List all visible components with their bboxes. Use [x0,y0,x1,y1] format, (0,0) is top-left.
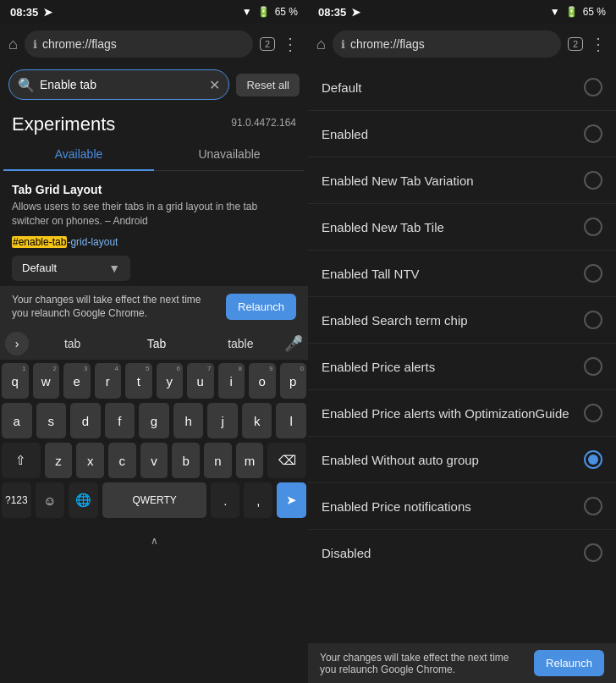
key-period[interactable]: . [211,482,239,518]
tab-badge-left[interactable]: 2 [260,37,275,51]
menu-icon-right[interactable]: ⋮ [590,34,608,54]
flag-dropdown[interactable]: Default ▼ [12,256,130,281]
url-bar-left[interactable]: ℹ chrome://flags [25,30,253,58]
suggest-word-Tab[interactable]: Tab [116,337,196,350]
home-icon-right[interactable]: ⌂ [316,36,326,53]
reset-all-button[interactable]: Reset all [236,74,300,96]
dropdown-item[interactable]: Enabled [308,111,616,157]
radio-circle[interactable] [584,543,602,562]
key-p[interactable]: 0p [280,363,307,399]
key-j[interactable]: j [207,403,238,438]
relaunch-notice-right: Your changes will take effect the next t… [320,652,525,675]
key-shift[interactable]: ⇧ [2,443,41,478]
key-q[interactable]: 1q [2,363,29,399]
radio-circle[interactable] [584,78,602,96]
key-s[interactable]: s [36,403,67,438]
tab-available[interactable]: Available [3,139,154,171]
dropdown-item[interactable]: Enabled Tall NTV [308,251,616,297]
key-n[interactable]: n [204,443,232,478]
radio-circle[interactable] [584,124,602,143]
key-l[interactable]: l [276,403,306,438]
suggest-prev-button[interactable]: › [5,332,29,355]
key-a[interactable]: a [2,403,32,438]
key-x[interactable]: x [76,443,104,478]
search-icon: 🔍 [18,77,35,93]
dropdown-list: DefaultEnabledEnabled New Tab VariationE… [308,64,616,643]
keyboard-row-3: ⇧ z x c v b n m ⌫ [2,443,306,478]
info-icon-right: ℹ [341,38,345,51]
dropdown-item[interactable]: Enabled Price alerts [308,344,616,390]
key-o[interactable]: 9o [249,363,276,399]
key-send[interactable]: ➤ [277,482,306,518]
dropdown-item[interactable]: Enabled Price alerts with OptimizationGu… [308,390,616,437]
key-numbers[interactable]: ?123 [2,482,31,518]
key-i[interactable]: 8i [218,363,245,399]
wifi-icon-right: ▼ [550,6,560,18]
search-input-wrap[interactable]: 🔍 ✕ [8,69,229,100]
radio-circle[interactable] [584,218,602,236]
search-input[interactable] [40,78,204,91]
dropdown-item-label: Enabled Without auto group [322,453,479,467]
key-h[interactable]: h [173,403,204,438]
relaunch-button-right[interactable]: Relaunch [534,650,604,676]
key-g[interactable]: g [139,403,169,438]
key-k[interactable]: k [242,403,272,438]
radio-circle[interactable] [584,497,602,515]
mic-icon[interactable]: 🎤 [284,334,303,353]
experiments-title: Experiments [12,113,115,135]
dropdown-item[interactable]: Enabled New Tab Variation [308,157,616,204]
radio-circle[interactable] [584,450,602,469]
flag-section: Tab Grid Layout Allows users to see thei… [0,171,308,286]
tab-unavailable[interactable]: Unavailable [154,139,305,170]
key-backspace[interactable]: ⌫ [267,443,306,478]
key-e[interactable]: 3e [63,363,91,399]
dropdown-item[interactable]: Default [308,64,616,111]
key-z[interactable]: z [45,443,73,478]
radio-circle[interactable] [584,171,602,190]
info-icon: ℹ [33,38,37,51]
flag-link-highlight[interactable]: #enable-tab [12,236,67,248]
tab-badge-right[interactable]: 2 [568,37,583,51]
navigation-icon: ➤ [43,6,52,19]
radio-circle[interactable] [584,357,602,376]
dropdown-item[interactable]: Enabled Search term chip [308,297,616,344]
suggest-word-tab[interactable]: tab [32,337,113,350]
left-panel: 08:35 ➤ ▼ 🔋 65 % ⌂ ℹ chrome://flags 2 ⋮ … [0,0,308,683]
keyboard-row-2: a s d f g h j k l [2,403,306,438]
clear-icon[interactable]: ✕ [209,77,220,93]
key-w[interactable]: 2w [33,363,60,399]
key-r[interactable]: 4r [95,363,122,399]
flag-link-rest[interactable]: -grid-layout [67,236,118,248]
suggest-word-table[interactable]: table [201,337,281,350]
key-b[interactable]: b [172,443,200,478]
dropdown-item-label: Enabled Tall NTV [322,267,420,281]
dropdown-item[interactable]: Disabled [308,530,616,576]
key-space[interactable]: QWERTY [102,482,207,518]
url-bar-right[interactable]: ℹ chrome://flags [333,30,561,58]
url-text-left: chrome://flags [42,37,117,51]
key-globe[interactable]: 🌐 [69,482,98,518]
key-c[interactable]: c [108,443,136,478]
dropdown-item[interactable]: Enabled Without auto group [308,437,616,483]
key-comma[interactable]: , [244,482,272,518]
dropdown-item-label: Default [322,80,362,95]
flag-dropdown-text: Default [22,262,57,274]
home-indicator-left: ∧ [0,526,308,551]
key-y[interactable]: 6y [157,363,184,399]
key-f[interactable]: f [105,403,135,438]
relaunch-button-left[interactable]: Relaunch [226,294,296,320]
menu-icon-left[interactable]: ⋮ [282,34,300,54]
radio-circle[interactable] [584,264,602,283]
key-u[interactable]: 7u [187,363,214,399]
key-emoji[interactable]: ☺ [36,482,65,518]
key-v[interactable]: v [140,443,168,478]
time-display-right: 08:35 [318,6,346,19]
key-m[interactable]: m [236,443,264,478]
key-t[interactable]: 5t [125,363,152,399]
radio-circle[interactable] [584,311,602,329]
dropdown-item[interactable]: Enabled New Tab Tile [308,204,616,251]
radio-circle[interactable] [584,404,602,422]
dropdown-item[interactable]: Enabled Price notifications [308,483,616,530]
home-icon[interactable]: ⌂ [8,36,18,53]
key-d[interactable]: d [70,403,101,438]
